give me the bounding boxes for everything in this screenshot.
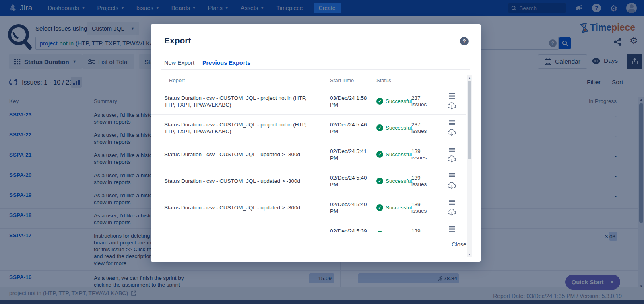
column-start-time: Start Time [330, 77, 354, 83]
export-issue-count: 139issues [411, 221, 427, 232]
scroll-down-icon[interactable]: ▼ [467, 252, 472, 256]
export-actions [448, 141, 456, 168]
export-actions [448, 88, 456, 114]
export-issue-count: 139issues [411, 141, 427, 168]
export-issue-count: 139issues [411, 194, 427, 221]
cloud-download-icon[interactable] [448, 209, 456, 216]
details-menu-icon[interactable] [449, 226, 455, 232]
export-modal: Export ? New Export Previous Exports Rep… [151, 24, 481, 262]
tab-new-export[interactable]: New Export [164, 60, 194, 70]
export-status: ✓Successful [376, 115, 412, 141]
tab-divider [161, 69, 470, 70]
export-issue-count: 139issues [411, 168, 427, 194]
success-check-icon: ✓ [376, 124, 383, 131]
modal-tabs: New Export Previous Exports [164, 60, 250, 70]
export-actions [448, 221, 456, 232]
column-status: Status [376, 77, 391, 83]
export-start-time: 02/Dec/24 5:46PM [330, 115, 367, 141]
cloud-download-icon[interactable] [448, 155, 456, 163]
export-table-body: Status Duration - csv - CUSTOM_JQL - pro… [151, 88, 466, 232]
details-menu-icon[interactable] [449, 93, 455, 99]
export-start-time: 02/Dec/24 5:40PM [330, 168, 367, 194]
scrollbar-thumb[interactable] [468, 81, 471, 159]
export-report-name: Status Duration - csv - CUSTOM_JQL - upd… [164, 168, 316, 194]
export-status: ✓Successful [376, 88, 412, 114]
export-report-name: Status Duration - csv - CUSTOM_JQL - pro… [164, 88, 316, 114]
export-start-time: 02/Dec/24 5:40PM [330, 194, 367, 221]
export-actions [448, 194, 456, 221]
export-row: Status Duration - csv - CUSTOM_JQL - upd… [151, 168, 466, 194]
export-row: Status Duration - csv - CUSTOM_JQL - upd… [151, 194, 466, 221]
details-menu-icon[interactable] [449, 200, 455, 205]
success-check-icon: ✓ [376, 178, 383, 184]
export-start-time: 02/Dec/24 5:41PM [330, 141, 367, 168]
export-start-time: 02/Dec/24 5:39PM [330, 221, 367, 232]
export-status: ✓Successful [376, 168, 412, 194]
cloud-download-icon[interactable] [448, 102, 456, 110]
export-report-name: Status Duration - csv - CUSTOM_JQL - upd… [164, 221, 316, 232]
modal-help-icon[interactable]: ? [460, 37, 469, 45]
success-check-icon: ✓ [376, 231, 383, 232]
export-issue-count: 237issues [411, 88, 427, 114]
details-menu-icon[interactable] [449, 173, 455, 178]
details-menu-icon[interactable] [449, 120, 455, 125]
export-report-name: Status Duration - csv - CUSTOM_JQL - pro… [164, 115, 316, 141]
export-start-time: 03/Dec/24 1:58PM [330, 88, 367, 114]
export-report-name: Status Duration - csv - CUSTOM_JQL - upd… [164, 141, 316, 168]
export-status: ✓Successful [376, 141, 412, 168]
close-button[interactable]: Close [452, 241, 466, 248]
export-actions [448, 115, 456, 141]
export-row: Status Duration - csv - CUSTOM_JQL - upd… [151, 221, 466, 232]
success-check-icon: ✓ [376, 98, 383, 105]
success-check-icon: ✓ [376, 151, 383, 158]
cloud-download-icon[interactable] [448, 182, 456, 189]
export-row: Status Duration - csv - CUSTOM_JQL - pro… [151, 88, 466, 115]
modal-scrollbar[interactable]: ▲ ▼ [467, 75, 472, 257]
modal-title: Export [164, 36, 191, 45]
details-menu-icon[interactable] [449, 147, 455, 152]
tab-previous-exports[interactable]: Previous Exports [202, 60, 250, 70]
export-status: ✓Successful [376, 194, 412, 221]
export-row: Status Duration - csv - CUSTOM_JQL - upd… [151, 141, 466, 168]
column-report: Report [169, 77, 185, 83]
export-actions [448, 168, 456, 194]
export-report-name: Status Duration - csv - CUSTOM_JQL - upd… [164, 194, 316, 221]
cloud-download-icon[interactable] [448, 129, 456, 136]
export-status: ✓Successful [376, 221, 412, 232]
export-table-header: Report Start Time Status [151, 74, 481, 88]
scroll-up-icon[interactable]: ▲ [467, 75, 472, 80]
success-check-icon: ✓ [376, 204, 383, 211]
export-row: Status Duration - csv - CUSTOM_JQL - pro… [151, 115, 466, 141]
screen: Jira Dashboards▼ Projects▼ Issues▼ Board… [0, 0, 644, 304]
export-issue-count: 237issues [411, 115, 427, 141]
